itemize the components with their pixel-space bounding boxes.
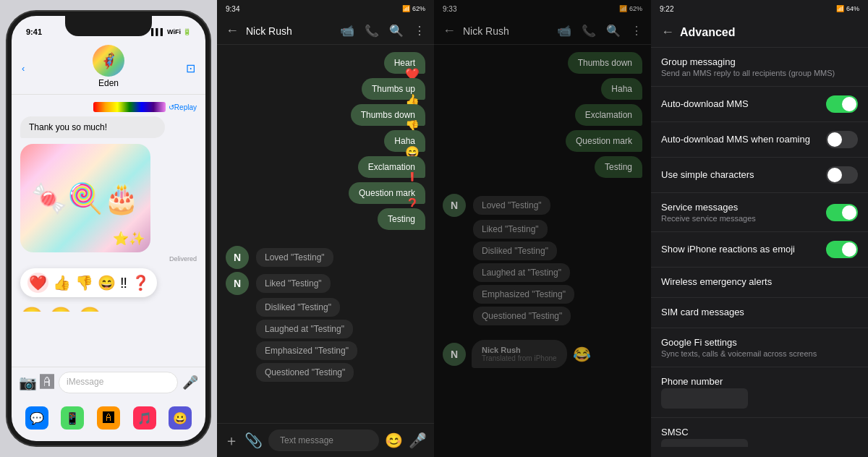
reaction-question[interactable]: ❓ <box>132 274 150 291</box>
android-status-bar-3: 9:33 📶 62% <box>434 0 651 17</box>
reaction-heart[interactable]: ❤️ <box>27 273 48 293</box>
settings-item-service-msgs[interactable]: Service messages Receive service message… <box>651 193 868 232</box>
android-emoji-icon[interactable]: 😊 <box>385 432 403 449</box>
iphone-notch <box>65 16 152 36</box>
music-app-icon[interactable]: 🎵 <box>133 406 156 430</box>
settings-item-text-emergency: Wireless emergency alerts <box>661 276 858 289</box>
reaction-list: N Loved "Testing" N Liked "Testing" Disl… <box>217 240 434 388</box>
android-back-2[interactable]: ← <box>226 23 239 38</box>
emoji-smiling[interactable]: 😊 <box>20 306 43 312</box>
settings-item-iphone-reactions[interactable]: Show iPhone reactions as emoji <box>651 232 868 268</box>
settings-item-group-messaging: Group messaging Send an MMS reply to all… <box>651 48 868 87</box>
android-input-placeholder-2: Text message <box>280 435 333 445</box>
settings-phone-input[interactable] <box>661 388 748 409</box>
reaction-item-3-quest: Questioned "Testing" <box>443 307 642 325</box>
video-call-icon[interactable]: 📹 <box>340 24 354 38</box>
settings-back-button[interactable]: ← <box>661 25 674 40</box>
iphone-input-left-icons: 📷 🅰 <box>19 374 54 391</box>
android-mic-icon[interactable]: 🎤 <box>409 432 427 449</box>
bubble-text-testing: Testing <box>388 214 415 224</box>
signal-icon: ▌▌▌ <box>151 28 165 35</box>
android-back-3[interactable]: ← <box>443 23 456 38</box>
reaction-avatar-3-n1: N <box>443 194 466 217</box>
reaction-avatar-n2: N <box>226 272 249 295</box>
iphone-video-icon[interactable]: ⊡ <box>186 61 195 75</box>
bubble-text-3-2: Haha <box>611 84 632 94</box>
camera-icon[interactable]: 📷 <box>19 374 37 391</box>
appstore-app-icon[interactable]: 🅰 <box>97 406 120 430</box>
memoji-app-icon[interactable]: 😀 <box>169 406 192 430</box>
more-icon[interactable]: ⋮ <box>414 24 425 38</box>
search-icon[interactable]: 🔍 <box>389 24 404 38</box>
settings-item-simple-chars[interactable]: Use simple characters <box>651 158 868 193</box>
emoji-smile2[interactable]: 🙂 <box>78 306 101 312</box>
reaction-text-liked: Liked "Testing" <box>256 274 331 293</box>
toggle-simple-chars[interactable] <box>826 166 858 184</box>
settings-smsc-input[interactable] <box>661 439 748 447</box>
reaction-item-disliked: Disliked "Testing" <box>226 298 425 317</box>
settings-item-emergency[interactable]: Wireless emergency alerts <box>651 268 868 298</box>
settings-item-auto-mms-roaming[interactable]: Auto-download MMS when roaming <box>651 122 868 158</box>
settings-label-roaming: Auto-download MMS when roaming <box>661 134 819 145</box>
iphone-input-bar: 📷 🅰 iMessage 🎤 <box>12 367 205 398</box>
video-call-icon-3[interactable]: 📹 <box>557 24 571 38</box>
android-bubble-3-4: Question mark <box>566 130 642 152</box>
settings-signal-icon: 📶 <box>836 5 844 12</box>
android-bubble-3-1: Thumbs down <box>568 52 642 74</box>
iphone-mic-icon[interactable]: 🎤 <box>182 375 198 390</box>
android-bubble-3-2: Haha <box>601 78 642 100</box>
phone-call-icon-3[interactable]: 📞 <box>582 24 596 38</box>
reaction-thumbsdown[interactable]: 👎 <box>75 274 93 291</box>
android-text-input-2[interactable]: Text message <box>268 430 379 451</box>
bubble-text-heart: Heart <box>394 58 415 68</box>
settings-desc-service: Receive service messages <box>661 214 819 223</box>
incoming-sender: Nick Rush <box>482 346 557 354</box>
replay-link[interactable]: ↺Replay <box>169 103 197 111</box>
iphone-back-button[interactable]: ‹ <box>22 63 25 74</box>
settings-label-google-fi: Google Fi settings <box>661 337 858 348</box>
settings-item-text-simple: Use simple characters <box>661 169 819 181</box>
toggle-service-msgs[interactable] <box>826 204 858 221</box>
settings-label-simple: Use simple characters <box>661 169 819 180</box>
more-icon-3[interactable]: ⋮ <box>631 24 642 38</box>
settings-battery: 64% <box>846 5 859 12</box>
settings-item-sim[interactable]: SIM card messages <box>651 298 868 328</box>
search-icon-3[interactable]: 🔍 <box>606 24 621 38</box>
bubble-text-question: Question mark <box>359 188 415 198</box>
android-contact-2: Nick Rush <box>246 25 333 37</box>
reaction-avatar-n1: N <box>226 246 249 269</box>
android-signal-3: 📶 <box>619 5 627 12</box>
emoji-smile[interactable]: 🙂 <box>49 306 72 312</box>
settings-item-auto-mms[interactable]: Auto-download MMS <box>651 87 868 122</box>
toggle-auto-mms[interactable] <box>826 95 858 113</box>
settings-item-google-fi[interactable]: Google Fi settings Sync texts, calls & v… <box>651 328 868 367</box>
android-signal-icon: 📶 <box>402 5 410 12</box>
android-attach-icon[interactable]: 📎 <box>244 432 263 449</box>
toggle-roaming[interactable] <box>826 131 858 148</box>
settings-item-text-service: Service messages Receive service message… <box>661 202 819 223</box>
settings-status-bar: 9:22 📶 64% <box>651 0 868 17</box>
android-add-icon[interactable]: ＋ <box>224 431 239 450</box>
appstore-icon[interactable]: 🅰 <box>40 374 54 391</box>
iphone-contact-name: Eden <box>12 78 205 88</box>
panel-android-dark: 9:33 📶 62% ← Nick Rush 📹 📞 🔍 ⋮ Thumbs do… <box>434 0 651 457</box>
settings-item-smsc: SMSC <box>651 418 868 447</box>
iphone-text-placeholder: iMessage <box>67 377 103 387</box>
iphone-frame: 9:41 ▌▌▌ WiFi 🔋 ‹ 🦸 Eden ⊡ ↺Replay Thank… <box>7 12 210 445</box>
reaction-item-loved: N Loved "Testing" <box>226 246 425 269</box>
reaction-haha[interactable]: 😄 <box>98 274 116 291</box>
android-status-bar-2: 9:34 📶 62% <box>217 0 434 17</box>
reaction-thumbsup[interactable]: 👍 <box>53 274 71 291</box>
toggle-iphone-reactions[interactable] <box>826 241 858 258</box>
panel-settings: 9:22 📶 64% ← Advanced Group messaging Se… <box>651 0 868 457</box>
phone-app-icon[interactable]: 📱 <box>61 406 84 430</box>
android-bubble-exclamation: Exclamation ❗ <box>358 156 425 178</box>
iphone-reaction-bar: ❤️ 👍 👎 😄 ‼️ ❓ <box>20 268 157 297</box>
reaction-exclamation[interactable]: ‼️ <box>120 275 127 291</box>
reaction-text-3-laughed: Laughed at "Testing" <box>473 263 570 282</box>
messages-app-icon[interactable]: 💬 <box>25 406 48 430</box>
phone-call-icon[interactable]: 📞 <box>365 24 379 38</box>
macaron-stars: ⭐✨ <box>113 231 145 247</box>
iphone-text-field[interactable]: iMessage <box>59 372 178 393</box>
android-time-2: 9:34 <box>226 5 239 13</box>
